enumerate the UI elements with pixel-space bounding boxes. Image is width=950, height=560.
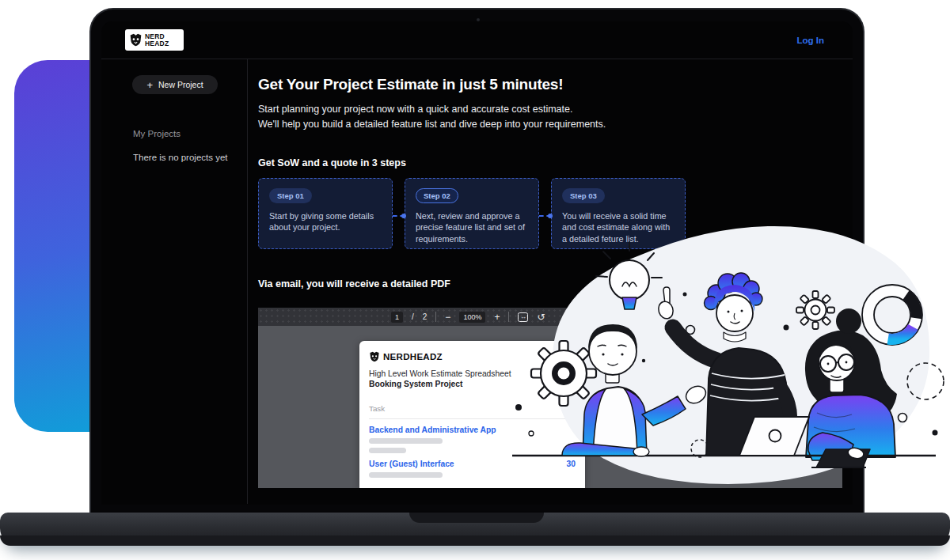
app-header: NERD HEADZ Log In [101,21,853,59]
sidebar: + New Project My Projects There is no pr… [101,59,248,504]
my-projects-label: My Projects [133,129,247,138]
subtitle-line-1: Start planning your project now with a q… [258,102,853,117]
step-badge-2: Step 02 [416,188,458,203]
task-label: Backend and Administrative App [369,426,496,434]
zoom-level-field[interactable]: 100% [459,312,485,323]
nerdheadz-logo[interactable]: NERD HEADZ [125,29,184,51]
new-project-button[interactable]: + New Project [132,75,218,94]
login-link[interactable]: Log In [797,36,825,45]
donut-chart-graphic [862,285,922,345]
placeholder-bar [369,472,443,478]
hero-scene: NERD HEADZ Log In + New Project My Proje… [0,0,950,560]
zoom-in-button[interactable]: + [494,312,500,322]
gear-icon [531,341,596,406]
step-text-1: Start by giving some details about your … [269,210,382,233]
step-badge-1: Step 01 [269,188,312,203]
placeholder-bar [369,448,406,453]
nerdheadz-wolf-icon [129,33,142,47]
gear-small-icon [796,291,834,329]
step-badge-3: Step 03 [562,188,605,203]
subtitle-line-2: We'll help you build a detailed feature … [258,117,853,132]
logo-line2: HEADZ [145,40,169,47]
toolbar-divider [435,312,436,322]
placeholder-bar [369,438,443,444]
page-total: 2 [423,312,428,321]
laptop-base [0,513,950,546]
plus-icon: + [146,80,153,90]
task-label: User (Guest) Interface [369,460,454,468]
page-subtitle: Start planning your project now with a q… [258,102,853,131]
document-logo-text: NERDHEADZ [383,352,443,361]
laptop-bottom-edge [0,535,950,546]
page-separator: / [412,312,414,321]
zoom-out-button[interactable]: − [445,312,450,322]
page-title: Get Your Project Estimate in just 5 minu… [258,76,853,93]
new-project-label: New Project [158,80,203,89]
nerdheadz-wolf-icon [369,351,380,362]
team-illustration [507,214,950,486]
steps-heading: Get SoW and a quote in 3 steps [258,157,853,168]
step-connector-1 [393,215,405,217]
step-card-1: Step 01 Start by giving some details abo… [258,178,393,249]
page-number-field[interactable]: 1 [391,312,403,323]
laptop-notch [409,513,544,523]
empty-projects-message: There is no projects yet [133,153,247,162]
